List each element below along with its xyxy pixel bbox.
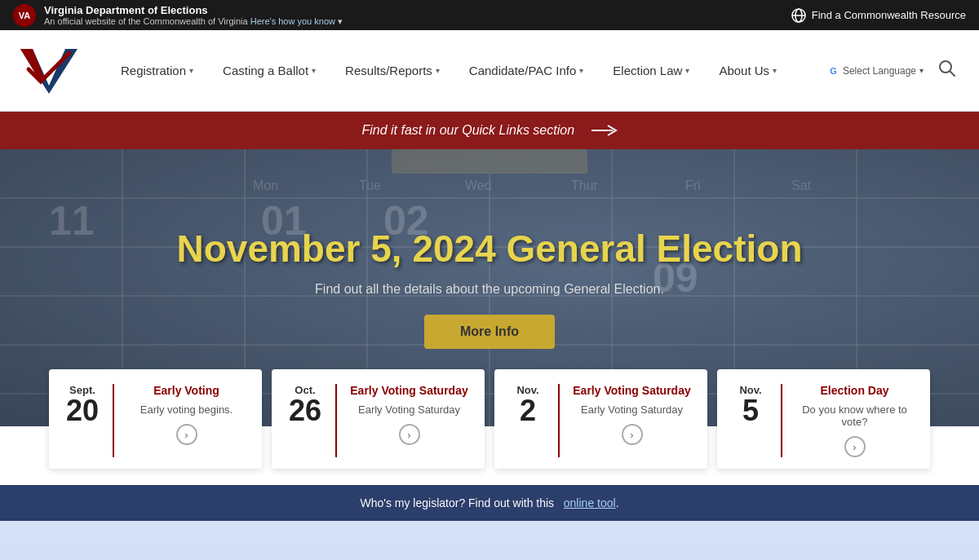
nav-item-results[interactable]: Results/Reports ▾	[330, 57, 454, 84]
nav-item-candidate[interactable]: Candidate/PAC Info ▾	[454, 57, 598, 84]
card-title-1: Early Voting Saturday	[347, 384, 472, 397]
nav-item-about[interactable]: About Us ▾	[704, 57, 791, 84]
chevron-down-icon: ▾	[312, 66, 316, 75]
chevron-down-icon: ▾	[436, 66, 440, 75]
hero-title: November 5, 2024 General Election	[176, 227, 802, 271]
nav-link-results[interactable]: Results/Reports ▾	[330, 57, 454, 84]
nav-item-registration[interactable]: Registration ▾	[106, 57, 208, 84]
card-title-2: Early Voting Saturday	[569, 384, 694, 397]
svg-text:Tue: Tue	[359, 179, 381, 192]
card-arrow-2[interactable]: ›	[569, 424, 694, 445]
card-info-1: Early Voting Saturday Early Voting Satur…	[347, 384, 472, 445]
card-divider-0	[113, 384, 114, 457]
nav-item-election-law[interactable]: Election Law ▾	[598, 57, 704, 84]
va-seal-icon: VA	[13, 4, 36, 27]
card-day-1: 26	[285, 396, 326, 426]
card-day-0: 20	[62, 396, 103, 426]
event-cards-grid: Sept. 20 Early Voting Early voting begin…	[49, 369, 930, 469]
legislator-text: Who's my legislator? Find out with this	[360, 496, 554, 509]
card-divider-2	[558, 384, 560, 457]
official-text: An official website of the Commonwealth …	[44, 16, 343, 27]
card-arrow-1[interactable]: ›	[347, 424, 472, 445]
card-divider-3	[781, 384, 782, 457]
google-translate: G Select Language ▾	[827, 65, 924, 77]
nav-link-registration[interactable]: Registration ▾	[106, 57, 208, 84]
chevron-down-icon: ▾	[685, 66, 689, 75]
heres-how-link[interactable]: Here's how you know	[250, 16, 335, 26]
svg-rect-35	[392, 149, 587, 174]
card-arrow-3[interactable]: ›	[792, 436, 917, 457]
chevron-down-icon: ▾	[919, 66, 924, 75]
card-date-0: Sept. 20	[62, 384, 103, 426]
svg-text:11: 11	[49, 198, 95, 244]
top-bar-left: VA Virginia Department of Elections An o…	[13, 4, 343, 27]
svg-line-7	[950, 72, 955, 77]
card-desc-2: Early Voting Saturday	[569, 403, 694, 416]
chevron-down-icon: ▾	[189, 66, 193, 75]
quick-links-text: Find it fast in our Quick Links section	[361, 123, 617, 138]
event-cards-section: Sept. 20 Early Voting Early voting begin…	[0, 369, 979, 485]
arrow-circle-icon-2[interactable]: ›	[622, 424, 643, 445]
nav-link-candidate[interactable]: Candidate/PAC Info ▾	[454, 57, 598, 84]
card-day-3: 5	[730, 396, 771, 426]
find-resource-text[interactable]: Find a Commonwealth Resource	[812, 9, 966, 21]
card-info-2: Early Voting Saturday Early Voting Satur…	[569, 384, 694, 445]
dropdown-chevron: ▾	[338, 16, 343, 26]
svg-text:Thur: Thur	[571, 179, 599, 192]
event-card-2: Nov. 2 Early Voting Saturday Early Votin…	[494, 369, 707, 469]
nav-link-election-law[interactable]: Election Law ▾	[598, 57, 704, 84]
card-desc-0: Early voting begins.	[124, 403, 249, 416]
search-icon	[938, 60, 956, 77]
more-info-button[interactable]: More Info	[424, 315, 555, 349]
card-arrow-0[interactable]: ›	[124, 424, 249, 445]
nav-link-casting[interactable]: Casting a Ballot ▾	[208, 57, 330, 84]
navbar: Registration ▾ Casting a Ballot ▾ Result…	[0, 30, 979, 112]
card-date-2: Nov. 2	[507, 384, 548, 426]
arrow-circle-icon-3[interactable]: ›	[844, 436, 866, 457]
arrow-right-icon	[591, 124, 618, 137]
chevron-down-icon: ▾	[773, 66, 777, 75]
event-card-3: Nov. 5 Election Day Do you know where to…	[717, 369, 930, 469]
card-info-3: Election Day Do you know where to vote? …	[792, 384, 917, 457]
nav-logo[interactable]	[16, 41, 82, 101]
nav-links: Registration ▾ Casting a Ballot ▾ Result…	[106, 57, 827, 84]
hero-content: November 5, 2024 General Election Find o…	[176, 227, 802, 349]
logo-image	[16, 41, 82, 98]
svg-text:Fri: Fri	[685, 179, 701, 192]
svg-text:Mon: Mon	[253, 179, 278, 192]
card-desc-1: Early Voting Saturday	[347, 403, 472, 416]
event-card-0: Sept. 20 Early Voting Early voting begin…	[49, 369, 262, 469]
select-language[interactable]: Select Language	[843, 65, 916, 77]
card-date-3: Nov. 5	[730, 384, 771, 426]
ready-section: Are You Ready to Vote?	[0, 521, 979, 560]
event-card-1: Oct. 26 Early Voting Saturday Early Voti…	[272, 369, 485, 469]
top-bar-right: Find a Commonwealth Resource	[791, 7, 966, 24]
arrow-circle-icon-0[interactable]: ›	[176, 424, 197, 445]
card-title-3: Election Day	[792, 384, 917, 397]
card-divider-1	[335, 384, 337, 457]
nav-item-casting[interactable]: Casting a Ballot ▾	[208, 57, 330, 84]
google-g-icon: G	[827, 65, 839, 77]
svg-text:Sat: Sat	[791, 179, 812, 192]
search-button[interactable]	[932, 53, 963, 88]
card-info-0: Early Voting Early voting begins. ›	[124, 384, 249, 445]
hero-subtitle: Find out all the details about the upcom…	[176, 282, 802, 297]
chevron-down-icon: ▾	[579, 66, 583, 75]
quick-links-banner[interactable]: Find it fast in our Quick Links section	[0, 112, 979, 149]
agency-name: Virginia Department of Elections	[44, 4, 343, 16]
card-desc-3: Do you know where to vote?	[792, 403, 917, 428]
legislator-bar: Who's my legislator? Find out with this …	[0, 485, 979, 521]
ready-title: Are You Ready to Vote?	[288, 553, 691, 560]
nav-link-about[interactable]: About Us ▾	[704, 57, 791, 84]
online-tool-link[interactable]: online tool	[564, 496, 616, 509]
card-title-0: Early Voting	[124, 384, 249, 397]
svg-text:Wed: Wed	[465, 179, 492, 192]
card-day-2: 2	[507, 396, 548, 426]
arrow-circle-icon-1[interactable]: ›	[399, 424, 420, 445]
card-date-1: Oct. 26	[285, 384, 326, 426]
top-bar: VA Virginia Department of Elections An o…	[0, 0, 979, 30]
agency-info: Virginia Department of Elections An offi…	[44, 4, 343, 27]
globe-icon	[791, 7, 807, 24]
